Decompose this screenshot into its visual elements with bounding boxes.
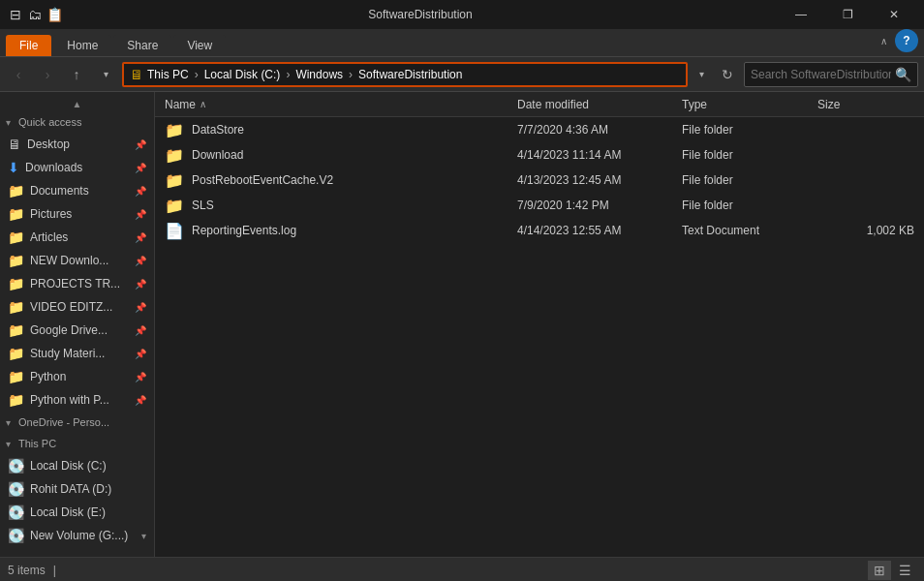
minimize-button[interactable]: —: [779, 0, 823, 29]
folder-icon: 📁: [165, 171, 184, 190]
sidebar-item-python-with[interactable]: 📁 Python with P... 📌: [0, 388, 154, 412]
address-bar-row: ‹ › ↑ ▾ 🖥 This PC › Local Disk (C:) › Wi…: [0, 57, 924, 92]
sidebar-item-rohit-data-d[interactable]: 💽 Rohit DATA (D:): [0, 477, 154, 501]
sidebar-item-desktop[interactable]: 🖥 Desktop 📌: [0, 133, 154, 156]
help-button[interactable]: ?: [895, 29, 918, 52]
tab-home[interactable]: Home: [53, 35, 111, 56]
breadcrumb-local-disk-c[interactable]: Local Disk (C:): [204, 68, 281, 81]
ribbon-tabs: File Home Share View ∧ ?: [0, 29, 924, 56]
sidebar-item-downloads[interactable]: ⬇ Downloads 📌: [0, 156, 154, 179]
file-date: 7/7/2020 4:36 AM: [517, 123, 682, 137]
sidebar-item-google-drive-label: Google Drive...: [30, 323, 129, 337]
desktop-pin-icon: 📌: [135, 139, 146, 150]
address-bar[interactable]: 🖥 This PC › Local Disk (C:) › Windows › …: [122, 62, 688, 87]
column-headers: Name ∧ Date modified Type Size: [155, 92, 924, 117]
ribbon: File Home Share View ∧ ?: [0, 29, 924, 57]
local-disk-e-icon: 💽: [8, 505, 24, 520]
file-name: Download: [192, 148, 243, 162]
address-refresh-button[interactable]: ↻: [715, 62, 740, 87]
file-name: ReportingEvents.log: [192, 224, 296, 237]
search-input[interactable]: [751, 68, 891, 81]
study-materi-icon: 📁: [8, 346, 24, 361]
sidebar-section-this-pc: ▾ This PC: [0, 433, 154, 454]
breadcrumb-softwaredistribution[interactable]: SoftwareDistribution: [358, 68, 462, 81]
app-icon-1: ⊟: [8, 7, 23, 22]
sidebar-item-new-downlo[interactable]: 📁 NEW Downlo... 📌: [0, 249, 154, 272]
table-row[interactable]: 📁 Download 4/14/2023 11:14 AM File folde…: [155, 142, 924, 168]
sidebar-item-local-disk-c[interactable]: 💽 Local Disk (C:): [0, 454, 154, 477]
sidebar-item-python-label: Python: [30, 370, 129, 383]
file-name-cell: 📁 PostRebootEventCache.V2: [165, 171, 517, 190]
address-dropdown-button[interactable]: ▾: [692, 62, 711, 87]
table-row[interactable]: 📁 DataStore 7/7/2020 4:36 AM File folder: [155, 117, 924, 142]
col-header-name[interactable]: Name ∧: [165, 98, 517, 111]
sidebar-item-local-disk-e-label: Local Disk (E:): [30, 505, 146, 519]
new-volume-g-dropdown[interactable]: ▾: [141, 531, 146, 541]
back-button[interactable]: ‹: [6, 62, 31, 87]
tab-file[interactable]: File: [6, 35, 51, 56]
address-bar-icon: 🖥: [130, 67, 143, 82]
desktop-icon: 🖥: [8, 137, 21, 152]
breadcrumb-this-pc[interactable]: This PC: [147, 68, 189, 81]
col-date-label: Date modified: [517, 98, 589, 111]
sidebar-item-python[interactable]: 📁 Python 📌: [0, 365, 154, 388]
col-header-size[interactable]: Size: [817, 98, 914, 111]
list-view-button[interactable]: ☰: [893, 561, 916, 580]
up-button[interactable]: ↑: [64, 62, 89, 87]
new-downlo-icon: 📁: [8, 253, 24, 268]
search-bar[interactable]: 🔍: [744, 62, 918, 87]
this-pc-collapse[interactable]: ▾: [6, 439, 11, 449]
col-header-type[interactable]: Type: [682, 98, 817, 111]
folder-icon: 📁: [165, 121, 184, 139]
sidebar-item-video-editz[interactable]: 📁 VIDEO EDITZ... 📌: [0, 295, 154, 319]
sidebar-item-pictures[interactable]: 📁 Pictures 📌: [0, 202, 154, 226]
google-drive-pin-icon: 📌: [135, 325, 146, 336]
close-button[interactable]: ✕: [872, 0, 916, 29]
file-date: 7/9/2020 1:42 PM: [517, 199, 682, 212]
table-row[interactable]: 📄 ReportingEvents.log 4/14/2023 12:55 AM…: [155, 218, 924, 243]
sidebar-item-new-volume-g[interactable]: 💽 New Volume (G:...) ▾: [0, 524, 154, 547]
app-icons: ⊟ 🗂 📋: [8, 7, 62, 22]
quick-access-collapse[interactable]: ▾: [6, 117, 11, 128]
downloads-pin-icon: 📌: [135, 163, 146, 173]
sidebar-item-documents[interactable]: 📁 Documents 📌: [0, 179, 154, 202]
this-pc-label: This PC: [18, 438, 56, 449]
projects-tr-pin-icon: 📌: [135, 279, 146, 290]
file-date: 4/14/2023 11:14 AM: [517, 148, 682, 162]
sidebar-item-local-disk-e[interactable]: 💽 Local Disk (E:): [0, 501, 154, 524]
table-row[interactable]: 📁 PostRebootEventCache.V2 4/13/2023 12:4…: [155, 168, 924, 193]
quick-access-label: Quick access: [18, 116, 81, 128]
col-header-date[interactable]: Date modified: [517, 98, 682, 111]
breadcrumb-windows[interactable]: Windows: [295, 68, 343, 81]
sidebar-item-python-with-label: Python with P...: [30, 393, 129, 407]
window-controls: — ❐ ✕: [779, 0, 916, 29]
file-type: File folder: [682, 148, 817, 162]
maximize-button[interactable]: ❐: [825, 0, 870, 29]
col-name-label: Name: [165, 98, 196, 111]
sidebar-item-projects-tr[interactable]: 📁 PROJECTS TR... 📌: [0, 272, 154, 295]
grid-view-button[interactable]: ⊞: [868, 561, 891, 580]
table-row[interactable]: 📁 SLS 7/9/2020 1:42 PM File folder: [155, 193, 924, 218]
ribbon-expand-btn[interactable]: ∧: [880, 36, 887, 46]
sidebar-item-study-materi[interactable]: 📁 Study Materi... 📌: [0, 342, 154, 365]
app-icon-3: 📋: [46, 7, 62, 22]
sidebar-item-articles[interactable]: 📁 Articles 📌: [0, 226, 154, 249]
forward-button[interactable]: ›: [35, 62, 60, 87]
title-bar: ⊟ 🗂 📋 SoftwareDistribution — ❐ ✕: [0, 0, 924, 29]
sidebar-item-google-drive[interactable]: 📁 Google Drive... 📌: [0, 319, 154, 342]
file-name: DataStore: [192, 123, 244, 137]
file-type: File folder: [682, 199, 817, 212]
sidebar-item-documents-label: Documents: [30, 184, 129, 198]
sidebar-item-rohit-data-d-label: Rohit DATA (D:): [30, 482, 146, 496]
tab-view[interactable]: View: [173, 35, 226, 56]
breadcrumb-sep-1: ›: [195, 68, 199, 81]
tab-share[interactable]: Share: [113, 35, 171, 56]
file-name-cell: 📄 ReportingEvents.log: [165, 222, 517, 240]
col-name-sort-icon: ∧: [200, 99, 206, 109]
recent-button[interactable]: ▾: [93, 62, 118, 87]
new-volume-g-icon: 💽: [8, 528, 24, 543]
sidebar-scroll-up[interactable]: ▲: [0, 96, 154, 111]
folder-icon: 📁: [165, 197, 184, 215]
onedrive-collapse[interactable]: ▾: [6, 417, 11, 428]
file-type: File folder: [682, 173, 817, 187]
